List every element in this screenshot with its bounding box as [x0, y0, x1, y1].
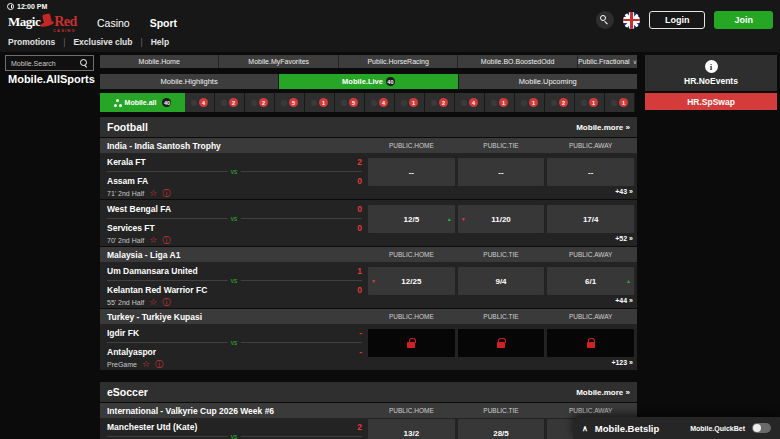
secondary-tab[interactable]: Mobile.Upcoming: [459, 74, 637, 89]
sport-icon: [581, 100, 587, 106]
sport-chip[interactable]: 5: [275, 93, 305, 112]
primary-tab[interactable]: Mobile.MyFavorites: [219, 55, 338, 68]
favorite-star-icon[interactable]: ☆: [149, 298, 157, 307]
odds-button[interactable]: 28/5: [458, 419, 545, 439]
secondary-tab[interactable]: Mobile.Live40: [279, 74, 458, 89]
sport-icon: [191, 100, 197, 106]
sport-chip[interactable]: 2: [545, 93, 575, 112]
home-team-name: West Bengal FA: [107, 204, 171, 214]
language-flag-uk[interactable]: [623, 12, 640, 29]
subnav-separator: |: [141, 37, 143, 47]
search-button[interactable]: [596, 11, 614, 29]
quickbet-toggle[interactable]: [752, 423, 771, 433]
odds-button[interactable]: 6/1▲: [547, 267, 634, 295]
odds-button[interactable]: 12/25▼: [368, 267, 455, 295]
primary-tab[interactable]: Mobile.BO.BoostedOdd: [458, 55, 577, 68]
odds-value: 17/4: [583, 215, 599, 224]
odds-button[interactable]: 13/2: [368, 419, 455, 439]
match-row[interactable]: Igdir FK-vsAntalyaspor-PreGame☆ⓘ+123 »: [100, 324, 637, 371]
section-more-link[interactable]: Mobile.more »: [576, 123, 630, 132]
betslip-bar[interactable]: ∧ Mobile.Betslip Mobile.QuickBet: [573, 417, 780, 439]
more-markets-link[interactable]: +44 »: [615, 297, 633, 304]
sport-chip-all[interactable]: Mobile.all40: [100, 93, 185, 112]
sport-count-badge: 5: [349, 98, 358, 107]
sport-count-badge: 1: [619, 98, 628, 107]
stats-icon[interactable]: ⓘ: [162, 298, 170, 307]
stats-icon[interactable]: ⓘ: [155, 360, 163, 369]
vs-label: vs: [228, 215, 241, 222]
sport-icon: [461, 100, 467, 106]
primary-tab[interactable]: Public.Fractional∨: [578, 55, 637, 68]
favorite-star-icon[interactable]: ☆: [149, 189, 157, 198]
sport-chip[interactable]: 2: [215, 93, 245, 112]
odds-column-header: PUBLIC.HOME: [368, 142, 455, 149]
secondary-tab[interactable]: Mobile.Highlights: [100, 74, 279, 89]
odds-column-header: PUBLIC.TIE: [458, 407, 545, 414]
league-name[interactable]: India - India Santosh Trophy: [100, 141, 368, 151]
login-button[interactable]: Login: [649, 11, 706, 29]
sport-chip[interactable]: 4: [185, 93, 215, 112]
odds-locked[interactable]: [368, 329, 455, 357]
quickbet-label: Mobile.QuickBet: [690, 425, 745, 432]
brand-logo[interactable]: Magic RedCASINO: [8, 13, 77, 31]
section-header: FootballMobile.more »: [100, 117, 637, 137]
sport-chip[interactable]: 1: [575, 93, 605, 112]
sport-chip[interactable]: 5: [335, 93, 365, 112]
section-more-link[interactable]: Mobile.more »: [576, 388, 630, 397]
stats-icon[interactable]: ⓘ: [162, 236, 170, 245]
odds-locked[interactable]: [458, 329, 545, 357]
subnav-item[interactable]: Promotions: [8, 37, 55, 47]
primary-tab[interactable]: Mobile.Home: [100, 55, 219, 68]
nav-sport[interactable]: Sport: [150, 17, 177, 29]
sport-chip[interactable]: 1: [485, 93, 515, 112]
stats-icon[interactable]: ⓘ: [162, 189, 170, 198]
odds-button[interactable]: --: [368, 158, 455, 186]
sport-count-badge: 2: [229, 98, 238, 107]
match-row[interactable]: Manchester Utd (Kate)2vs13/228/5: [100, 418, 637, 439]
match-row[interactable]: Kerala FT2vsAssam FA071' 2nd Half☆ⓘ-----…: [100, 153, 637, 200]
status-time-label: 12:00 PM: [17, 3, 47, 10]
sport-icon: [611, 100, 617, 106]
sport-chip[interactable]: 1: [395, 93, 425, 112]
odds-button[interactable]: 17/4: [547, 205, 634, 233]
home-team-name: Um Damansara United: [107, 266, 198, 276]
favorite-star-icon[interactable]: ☆: [142, 360, 150, 369]
odds-button[interactable]: --: [547, 158, 634, 186]
sport-chip[interactable]: 2: [245, 93, 275, 112]
sport-chip[interactable]: 1: [605, 93, 635, 112]
join-button[interactable]: Join: [714, 11, 773, 29]
away-team-name: Kelantan Red Warrior FC: [107, 285, 207, 295]
odds-button[interactable]: 9/4: [458, 267, 545, 295]
subnav-item[interactable]: Help: [151, 37, 169, 47]
league-name[interactable]: International - Valkyrie Cup 2026 Week #…: [100, 406, 368, 416]
odds-button[interactable]: 12/5▲: [368, 205, 455, 233]
trend-up-icon: ▲: [447, 216, 452, 222]
sport-chip[interactable]: 4: [365, 93, 395, 112]
sport-chip[interactable]: 4: [455, 93, 485, 112]
odds-button[interactable]: --: [458, 158, 545, 186]
nav-casino[interactable]: Casino: [97, 17, 130, 29]
match-row[interactable]: West Bengal FA0vsServices FT070' 2nd Hal…: [100, 200, 637, 247]
league-name[interactable]: Turkey - Turkiye Kupasi: [100, 312, 368, 322]
subnav-item[interactable]: Exclusive club: [73, 37, 132, 47]
odds-column-header: PUBLIC.AWAY: [547, 407, 634, 414]
league-name[interactable]: Malaysia - Liga A1: [100, 250, 368, 260]
odds-button[interactable]: 11/20▼: [458, 205, 545, 233]
sport-count-badge: 5: [289, 98, 298, 107]
more-markets-link[interactable]: +123 »: [611, 359, 633, 366]
odds-column-header: PUBLIC.TIE: [458, 313, 545, 320]
all-sports-title[interactable]: Mobile.AllSports: [8, 73, 95, 85]
vs-label: vs: [228, 277, 241, 284]
more-markets-link[interactable]: +43 »: [615, 188, 633, 195]
sports-search-input[interactable]: Mobile.Search: [5, 55, 94, 71]
odds-locked[interactable]: [547, 329, 634, 357]
sport-count-badge: 4: [469, 98, 478, 107]
sport-chip[interactable]: 2: [425, 93, 455, 112]
sp-swap-button[interactable]: HR.SpSwap: [645, 93, 777, 110]
match-row[interactable]: Um Damansara United1vsKelantan Red Warri…: [100, 262, 637, 309]
more-markets-link[interactable]: +52 »: [615, 235, 633, 242]
primary-tab[interactable]: Public.HorseRacing: [339, 55, 458, 68]
sport-chip[interactable]: 1: [515, 93, 545, 112]
sport-chip[interactable]: 1: [305, 93, 335, 112]
favorite-star-icon[interactable]: ☆: [149, 236, 157, 245]
